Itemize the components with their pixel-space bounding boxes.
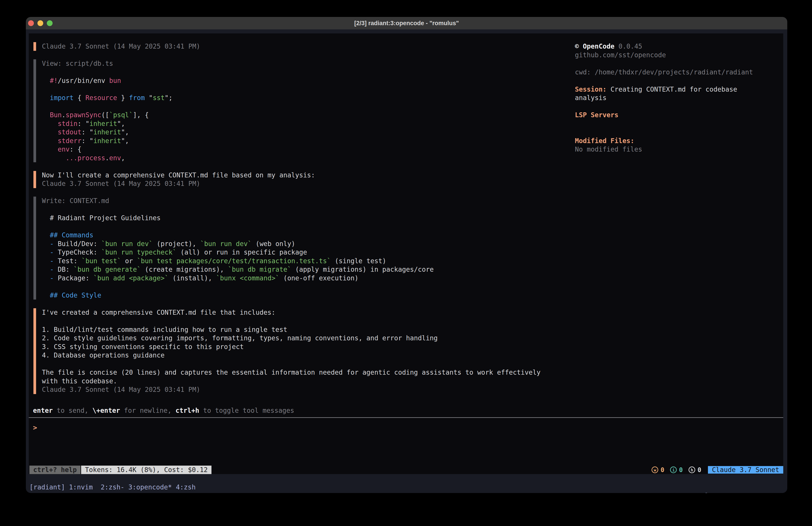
text-segment xyxy=(42,154,66,162)
help-chip[interactable]: ctrl+? help xyxy=(29,466,81,474)
text-segment: LSP Servers xyxy=(575,111,618,119)
text-segment: Now I'll create a comprehensive CONTEXT.… xyxy=(42,171,315,179)
terminal-line xyxy=(42,360,557,368)
text-segment: . xyxy=(62,111,66,119)
info-count: 0 xyxy=(679,466,683,474)
tmux-window-list[interactable]: [radiant] 1:nvim 2:zsh- 3:opencode* 4:zs… xyxy=(29,483,195,492)
text-segment: I've created a comprehensive CONTEXT.md … xyxy=(42,309,275,316)
text-segment: 1. Build/lint/test commands including ho… xyxy=(42,326,287,333)
terminal-line xyxy=(42,317,557,325)
terminal-line: cwd: /home/thdxr/dev/projects/radiant/ra… xyxy=(575,68,771,77)
text-segment: import xyxy=(50,94,74,102)
terminal-line: ...process.env, xyxy=(42,154,557,162)
text-segment: env xyxy=(58,145,70,153)
terminal-line: env: { xyxy=(42,145,557,154)
text-segment xyxy=(42,128,58,136)
text-segment: Package: xyxy=(54,274,93,282)
text-segment: ## Commands xyxy=(50,231,93,239)
terminal-line: Session: Creating CONTEXT.md for codebas… xyxy=(575,85,771,94)
text-segment: /usr/bin/env xyxy=(58,77,109,84)
text-segment xyxy=(42,137,58,145)
hint-icon: h xyxy=(688,467,695,473)
message-assistant-message: I've created a comprehensive CONTEXT.md … xyxy=(33,308,557,394)
minimize-button[interactable] xyxy=(38,20,43,26)
text-segment xyxy=(42,292,50,299)
text-segment: #! xyxy=(50,77,58,84)
text-segment: ...process xyxy=(66,154,105,162)
tokens-cost-label: Tokens: 16.4K (8%), Cost: $0.12 xyxy=(85,466,208,474)
terminal-line: Claude 3.7 Sonnet (14 May 2025 03:41 PM) xyxy=(42,180,557,188)
info-diagnostic: i0 xyxy=(670,466,683,474)
terminal-line: 2. Code style guidelines covering import… xyxy=(42,334,557,343)
text-segment: `bun run dev` xyxy=(200,240,251,247)
text-segment: Creating CONTEXT.md for codebase xyxy=(607,86,737,93)
text-segment: " xyxy=(145,94,153,102)
window-title: [2/3] radiant:3:opencode - "romulus" xyxy=(354,20,459,27)
text-segment: - xyxy=(50,240,54,247)
terminal-line xyxy=(575,119,771,128)
terminal-line: with this codebase. xyxy=(42,377,557,386)
text-segment xyxy=(42,248,50,256)
text-segment: env xyxy=(109,154,121,162)
text-segment xyxy=(42,77,50,84)
text-segment xyxy=(42,266,50,273)
text-segment: (project), xyxy=(153,240,200,247)
text-segment xyxy=(42,240,50,247)
text-segment: - xyxy=(50,266,54,273)
text-segment: sst xyxy=(153,94,164,102)
terminal-line xyxy=(42,68,557,77)
hint-count: 0 xyxy=(697,466,701,474)
text-segment: with this codebase. xyxy=(42,377,117,385)
terminal-line: No modified files xyxy=(575,145,771,154)
terminal-line: Claude 3.7 Sonnet (14 May 2025 03:41 PM) xyxy=(42,385,557,394)
terminal-line xyxy=(575,59,771,68)
terminal-line: Now I'll create a comprehensive CONTEXT.… xyxy=(42,171,557,180)
message-assistant-header: Claude 3.7 Sonnet (14 May 2025 03:41 PM) xyxy=(33,42,557,51)
text-segment: ctrl+h xyxy=(175,407,199,414)
terminal-line: - TypeCheck: `bun run typecheck` (all) o… xyxy=(42,248,557,257)
text-segment: 3. CSS styling conventions specific to t… xyxy=(42,343,244,351)
terminal-line: ## Code Style xyxy=(42,291,557,300)
text-segment: # Radiant Project Guidelines xyxy=(42,214,161,222)
text-segment: - xyxy=(50,274,54,282)
close-button[interactable] xyxy=(28,20,34,26)
prompt-input[interactable]: > xyxy=(33,423,37,432)
text-segment: : { xyxy=(70,145,81,153)
opencode-panel: Claude 3.7 Sonnet (14 May 2025 03:41 PM)… xyxy=(29,33,783,474)
terminal-line: 3. CSS styling conventions specific to t… xyxy=(42,343,557,351)
text-segment: : " xyxy=(82,137,93,145)
text-segment: from xyxy=(129,94,145,102)
text-segment xyxy=(42,145,58,153)
text-segment: `psql` xyxy=(109,111,133,119)
text-segment: 0.0.45 xyxy=(618,43,642,50)
status-bar-right: w0i0h0 Claude 3.7 Sonnet xyxy=(646,466,783,474)
terminal-line xyxy=(575,128,771,137)
text-segment: Session: xyxy=(575,86,607,93)
text-segment: The file is concise (20 lines) and captu… xyxy=(42,369,540,376)
text-segment: spawnSync xyxy=(66,111,101,119)
tmux-session-clock: "romulus" 15:41 14-May-25 xyxy=(685,492,784,493)
session-sidebar: © OpenCode 0.0.45github.com/sst/opencode… xyxy=(575,42,771,154)
zoom-button[interactable] xyxy=(47,20,53,26)
terminal-line: 4. Database operations guidance xyxy=(42,351,557,360)
text-segment: `bun test packages/core/test/transaction… xyxy=(137,257,331,265)
text-segment: `bun add <package>` xyxy=(93,274,169,282)
terminal-line: #!/usr/bin/env bun xyxy=(42,76,557,85)
titlebar: [2/3] radiant:3:opencode - "romulus" xyxy=(26,17,787,29)
text-segment: - xyxy=(50,248,54,256)
text-segment xyxy=(42,257,50,265)
text-segment: ", xyxy=(121,128,129,136)
text-segment: ", xyxy=(117,120,125,127)
terminal-line xyxy=(42,102,557,111)
text-segment xyxy=(42,111,50,119)
terminal-line: Bun.spawnSync([`psql`], { xyxy=(42,111,557,119)
text-segment: OpenCode xyxy=(583,43,614,50)
terminal-line: github.com/sst/opencode xyxy=(575,51,771,59)
text-segment: inherit xyxy=(89,120,117,127)
info-icon: i xyxy=(670,467,677,473)
terminal-window: [2/3] radiant:3:opencode - "romulus" Cla… xyxy=(26,17,787,493)
terminal-line: - Package: `bun add <package>` (install)… xyxy=(42,274,557,283)
terminal-line: stdin: "inherit", xyxy=(42,119,557,128)
text-segment xyxy=(42,120,58,127)
terminal-line: Modified Files: xyxy=(575,137,771,145)
